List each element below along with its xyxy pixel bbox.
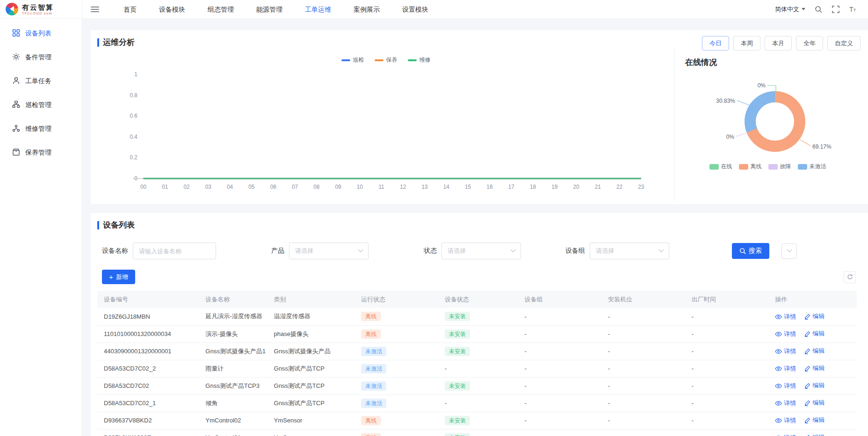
svg-text:13: 13 xyxy=(422,184,428,190)
cell-category: Gnss测试产品TCP xyxy=(272,394,360,412)
fullscreen-icon[interactable] xyxy=(832,5,840,13)
device-list-title: 设备列表 xyxy=(103,220,135,230)
legend-item[interactable]: 故障 xyxy=(768,163,791,171)
device-name-input[interactable] xyxy=(133,243,216,259)
sidebar-item-label: 保养管理 xyxy=(25,149,51,157)
table-row: D19Z6GJ18MBN延凡演示-湿度传感器温湿度传感器离线未安装---详情编辑 xyxy=(97,308,857,325)
column-header: 运行状态 xyxy=(359,291,443,308)
table-toolbar: + 新增 xyxy=(102,270,857,284)
sidebar-item[interactable]: 保养管理 xyxy=(0,141,82,164)
detail-link[interactable]: 详情 xyxy=(775,416,796,425)
svg-text:04: 04 xyxy=(227,184,233,190)
chevron-down-icon xyxy=(510,247,515,252)
legend-item[interactable]: 离线 xyxy=(739,163,762,171)
detail-link[interactable]: 详情 xyxy=(775,399,796,407)
cell-actions: 详情编辑 xyxy=(773,429,857,436)
add-device-button[interactable]: + 新增 xyxy=(102,270,135,284)
device-status-badge: 未安装 xyxy=(445,329,470,339)
cell-group: - xyxy=(522,412,606,429)
column-header: 安装机位 xyxy=(606,291,690,308)
cell-category: Gnss测试产品TCP xyxy=(272,360,360,377)
sidebar-item[interactable]: 工单任务 xyxy=(0,69,82,93)
user-icon xyxy=(12,77,20,86)
cell-device-status: 未安装 xyxy=(443,429,523,436)
svg-text:00: 00 xyxy=(140,184,146,190)
svg-text:01: 01 xyxy=(162,184,168,190)
detail-link[interactable]: 详情 xyxy=(775,434,796,436)
product-select[interactable]: 请选择 xyxy=(289,243,369,259)
refresh-table-button[interactable] xyxy=(844,271,856,283)
svg-text:19: 19 xyxy=(551,184,557,190)
edit-link[interactable]: 编辑 xyxy=(804,329,825,338)
cell-device-name: Gnss测试摄像头产品1 xyxy=(203,343,272,360)
cell-slot: - xyxy=(606,412,690,429)
group-select[interactable]: 请选择 xyxy=(590,243,669,259)
edit-link[interactable]: 编辑 xyxy=(804,416,825,424)
run-status-badge: 未激活 xyxy=(361,364,386,373)
legend-swatch xyxy=(709,164,719,170)
nav-item[interactable]: 设置模块 xyxy=(391,0,440,19)
detail-link[interactable]: 详情 xyxy=(775,382,796,390)
cell-device-name: 雨量计 xyxy=(203,360,272,377)
run-status-badge: 离线 xyxy=(361,416,381,425)
cell-run-status: 未激活 xyxy=(359,343,443,360)
cell-device-id: 44030900001320000001 xyxy=(97,343,203,360)
language-label: 简体中文 xyxy=(775,5,799,14)
edit-link[interactable]: 编辑 xyxy=(804,399,825,407)
cell-factory-date: - xyxy=(690,360,774,377)
sidebar-item[interactable]: 设备列表 xyxy=(0,21,82,45)
detail-link[interactable]: 详情 xyxy=(775,330,796,338)
nav-item[interactable]: 首页 xyxy=(112,0,148,19)
sidebar-item[interactable]: 巡检管理 xyxy=(0,93,82,117)
font-size-icon[interactable]: TT xyxy=(849,6,856,13)
search-button[interactable]: 搜索 xyxy=(732,243,769,259)
status-select[interactable]: 请选择 xyxy=(441,243,521,259)
nav-item[interactable]: 能源管理 xyxy=(245,0,294,19)
nav-item[interactable]: 工单运维 xyxy=(294,0,342,19)
collapse-menu-icon[interactable] xyxy=(91,5,99,14)
detail-link[interactable]: 详情 xyxy=(775,313,796,321)
cell-category: phase摄像头 xyxy=(272,325,360,343)
legend-item[interactable]: 在线 xyxy=(709,163,732,171)
cluster-icon xyxy=(12,124,20,134)
search-icon[interactable] xyxy=(815,5,823,13)
online-status-panel: 在线情况 0%69.17%0%30.83% 在线离线故障未激活 xyxy=(674,48,861,202)
sidebar-item[interactable]: 备件管理 xyxy=(0,45,82,69)
edit-link[interactable]: 编辑 xyxy=(804,364,825,372)
detail-link[interactable]: 详情 xyxy=(775,365,796,373)
edit-link[interactable]: 编辑 xyxy=(804,381,825,390)
svg-text:0.2: 0.2 xyxy=(130,154,137,161)
cell-slot: - xyxy=(606,325,690,343)
cell-device-id: 11010100001320000034 xyxy=(97,325,203,343)
cell-device-id: D58A53CD7C02 xyxy=(97,377,203,394)
cell-factory-date: - xyxy=(690,325,774,343)
sidebar-item-label: 设备列表 xyxy=(25,29,51,38)
status-select-value: 请选择 xyxy=(448,247,466,255)
group-label: 设备组 xyxy=(565,247,585,255)
logo[interactable]: 有云智算 TFCLOUD.com xyxy=(0,0,82,19)
edit-link[interactable]: 编辑 xyxy=(804,312,825,321)
cell-run-status: 离线 xyxy=(359,325,443,343)
language-selector[interactable]: 简体中文 xyxy=(775,5,805,14)
edit-link[interactable]: 编辑 xyxy=(804,347,825,355)
device-status-badge: 未安装 xyxy=(445,347,470,356)
nav-item[interactable]: 案例展示 xyxy=(342,0,391,19)
table-row: 11010100001320000034演示-摄像头phase摄像头离线未安装-… xyxy=(97,325,857,343)
cell-device-name: 延凡演示-湿度传感器 xyxy=(203,308,272,325)
cell-device-id: D58A53CD7C02_2 xyxy=(97,360,203,377)
sidebar-item[interactable]: 维修管理 xyxy=(0,117,82,141)
edit-link[interactable]: 编辑 xyxy=(804,433,825,436)
legend-item[interactable]: 未激活 xyxy=(798,163,826,171)
plus-icon: + xyxy=(109,273,113,280)
svg-text:0.6: 0.6 xyxy=(130,113,138,119)
legend-swatch xyxy=(798,164,807,170)
legend-label: 未激活 xyxy=(810,163,826,171)
analysis-card: 运维分析 今日本周本月全年自定义 巡检保养维修 00.20.40.60.8100… xyxy=(91,30,868,204)
device-status-badge: 未安装 xyxy=(445,416,470,425)
detail-link[interactable]: 详情 xyxy=(775,347,796,356)
run-status-badge: 离线 xyxy=(361,312,381,321)
nav-item[interactable]: 设备模块 xyxy=(148,0,196,19)
cell-device-status: - xyxy=(443,360,523,377)
nav-item[interactable]: 组态管理 xyxy=(196,0,245,19)
filter-expand-button[interactable] xyxy=(781,243,797,259)
